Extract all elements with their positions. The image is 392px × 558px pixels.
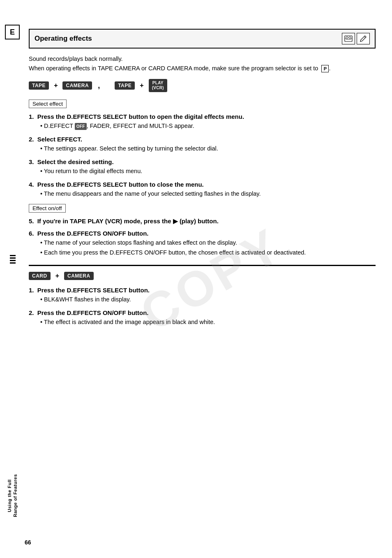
intro-line1: Sound records/plays back normally. <box>29 54 376 64</box>
play-vcr-chip: PLAY (VCR) <box>149 79 167 92</box>
step-6-bullet-1: The name of your selection stops flashin… <box>29 238 376 248</box>
svg-line-6 <box>364 37 365 38</box>
header-box: Operating effects <box>29 29 376 49</box>
button-row-2: CARD + CAMERA <box>29 272 376 280</box>
intro-text: Sound records/plays back normally. When … <box>29 54 376 73</box>
program-p-badge: P <box>321 65 329 72</box>
step-4: 4. Press the D.EFFECTS SELECT button to … <box>29 181 376 199</box>
step-2: 2. Select EFFECT. The settings appear. S… <box>29 136 376 153</box>
off-badge: OFF <box>75 123 87 130</box>
step-3-header: 3. Select the desired setting. <box>29 158 376 165</box>
steps-list-3: 1. Press the D.EFFECTS SELECT button. BL… <box>29 287 376 327</box>
step-6-bullet-2: Each time you press the D.EFFECTS ON/OFF… <box>29 248 376 257</box>
select-effect-label: Select effect <box>29 100 376 113</box>
step-s3-2-bullet: The effect is activated and the image ap… <box>29 318 376 327</box>
step-4-bullet: The menu disappears and the name of your… <box>29 190 376 199</box>
step-4-header: 4. Press the D.EFFECTS SELECT button to … <box>29 181 376 188</box>
card-chip: CARD <box>29 272 51 280</box>
plus-1: + <box>54 82 58 89</box>
svg-rect-2 <box>349 37 351 39</box>
svg-rect-1 <box>346 37 348 39</box>
camera-chip-1: CAMERA <box>62 81 92 90</box>
steps-list-2: 5. If you're in TAPE PLAY (VCR) mode, pr… <box>29 218 376 257</box>
camera-chip-2: CAMERA <box>64 272 94 280</box>
step-1: 1. Press the D.EFFECTS SELECT button to … <box>29 113 376 131</box>
tape-icon-box <box>342 33 355 44</box>
header-title: Operating effects <box>35 35 92 43</box>
step-2-header: 2. Select EFFECT. <box>29 136 376 143</box>
button-row-1: TAPE + CAMERA , TAPE + PLAY (VCR) <box>29 79 376 92</box>
plus-3: + <box>55 272 59 280</box>
plus-2: + <box>140 82 143 89</box>
page-number: 66 <box>25 539 31 546</box>
tape-chip-1: TAPE <box>29 81 49 90</box>
step-6-header: 6. Press the D.EFFECTS ON/OFF button. <box>29 230 376 237</box>
step-s3-1-header: 1. Press the D.EFFECTS SELECT button. <box>29 287 376 294</box>
pencil-icon <box>360 35 367 42</box>
step-5: 5. If you're in TAPE PLAY (VCR) mode, pr… <box>29 218 376 225</box>
comma: , <box>98 81 100 90</box>
header-icons <box>342 33 370 44</box>
intro-line2: When operating effects in TAPE CAMERA or… <box>29 64 376 73</box>
effect-onoff-label: Effect on/off <box>29 204 376 218</box>
tape-chip-2: TAPE <box>115 81 135 90</box>
step-1-header: 1. Press the D.EFFECTS SELECT button to … <box>29 113 376 120</box>
main-content: Operating effects <box>25 16 392 542</box>
step-3-bullet: You return to the digital effects menu. <box>29 167 376 176</box>
side-vertical-label: Using the Full Range of Features <box>7 474 18 517</box>
letter-e-box: E <box>5 25 20 39</box>
step-s3-1-bullet: BLK&WHT flashes in the display. <box>29 295 376 304</box>
side-tab: E Using the Full Range of Features <box>0 16 25 542</box>
step-6: 6. Press the D.EFFECTS ON/OFF button. Th… <box>29 230 376 257</box>
letter-e: E <box>10 28 15 37</box>
pencil-icon-box <box>357 33 370 44</box>
section-divider <box>29 265 376 266</box>
sidebar-lines <box>10 255 16 264</box>
step-s3-1: 1. Press the D.EFFECTS SELECT button. BL… <box>29 287 376 304</box>
step-s3-2-header: 2. Press the D.EFFECTS ON/OFF button. <box>29 309 376 316</box>
step-3: 3. Select the desired setting. You retur… <box>29 158 376 176</box>
step-s3-2: 2. Press the D.EFFECTS ON/OFF button. Th… <box>29 309 376 327</box>
step-1-bullet: D.EFFECT OFF, FADER, EFFECT and MULTI-S … <box>29 122 376 131</box>
step-5-header: 5. If you're in TAPE PLAY (VCR) mode, pr… <box>29 218 376 225</box>
tape-icon <box>344 35 353 42</box>
steps-list-1: 1. Press the D.EFFECTS SELECT button to … <box>29 113 376 198</box>
step-2-bullet: The settings appear. Select the setting … <box>29 144 376 153</box>
